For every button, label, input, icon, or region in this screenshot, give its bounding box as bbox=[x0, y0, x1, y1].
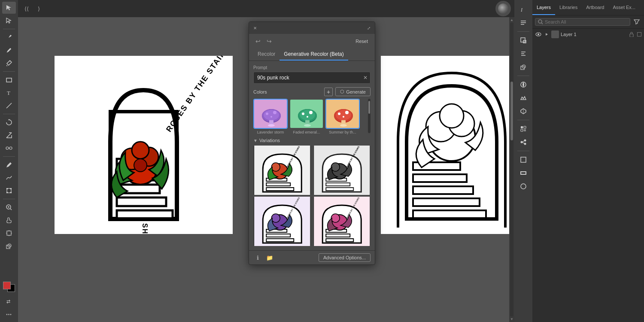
layer-lock-icon[interactable] bbox=[629, 31, 635, 37]
variations-header[interactable]: ▼ Variations bbox=[253, 138, 371, 143]
pathfinder-btn[interactable] bbox=[516, 61, 530, 73]
pen-tool[interactable] bbox=[2, 31, 16, 43]
svg-text:ROSES BY THE STAIRS: ROSES BY THE STAIRS bbox=[164, 56, 231, 134]
more-tools-btn[interactable]: ••• bbox=[2, 308, 16, 320]
folder-icon[interactable]: 📁 bbox=[265, 253, 274, 262]
transform-btn[interactable] bbox=[516, 34, 530, 46]
info-icon[interactable]: ℹ bbox=[253, 253, 262, 262]
type-tool[interactable]: T bbox=[2, 87, 16, 99]
swatches-scrollbar[interactable] bbox=[368, 99, 371, 133]
collapse-panel-btn[interactable]: ⟨⟨ bbox=[21, 3, 32, 14]
generative-recolor-orb[interactable] bbox=[495, 1, 511, 16]
dialog-close-btn[interactable]: ✕ bbox=[252, 24, 258, 31]
free-transform-tool[interactable] bbox=[2, 185, 16, 197]
stroke-panel-btn[interactable] bbox=[516, 167, 530, 179]
prompt-input[interactable] bbox=[257, 75, 360, 81]
dialog-body: Prompt ✕ Colors + ⬡ Generate bbox=[249, 61, 375, 250]
svg-point-125 bbox=[538, 20, 542, 23]
color-swatch-area[interactable] bbox=[2, 281, 16, 293]
align-btn[interactable] bbox=[516, 48, 530, 60]
variation-item-4[interactable]: ROSES BY THE STAIRS bbox=[313, 197, 371, 246]
advanced-options-btn[interactable]: Advanced Options... bbox=[319, 253, 371, 262]
layer-color-swatch bbox=[637, 32, 641, 36]
svg-point-52 bbox=[270, 116, 272, 118]
search-input[interactable] bbox=[545, 19, 627, 24]
svg-point-53 bbox=[268, 124, 275, 127]
swatch-box-lavender[interactable] bbox=[253, 99, 288, 129]
symbols-btn[interactable] bbox=[516, 136, 530, 148]
svg-point-70 bbox=[343, 116, 344, 118]
swatch-box-emerald[interactable] bbox=[289, 99, 324, 129]
layer-expand-icon[interactable] bbox=[544, 31, 550, 37]
svg-text:SHE LEFT ME: SHE LEFT ME bbox=[141, 223, 149, 234]
artboard-tool[interactable] bbox=[2, 227, 16, 239]
svg-rect-80 bbox=[326, 188, 353, 191]
variation-item-2[interactable]: ROSES BY THE STAIRS bbox=[313, 146, 371, 195]
3d-btn[interactable] bbox=[516, 105, 530, 117]
svg-text:T: T bbox=[7, 90, 10, 96]
tab-asset-export[interactable]: Asset Ex... bbox=[608, 0, 640, 15]
eyedropper-tool[interactable] bbox=[2, 159, 16, 171]
svg-point-110 bbox=[522, 65, 526, 68]
scale-tool[interactable] bbox=[2, 129, 16, 141]
rectangle-tool[interactable] bbox=[2, 74, 16, 86]
tab-generative-recolor[interactable]: Generative Recolor (Beta) bbox=[279, 49, 348, 61]
tab-layers[interactable]: Layers bbox=[532, 0, 555, 15]
artboard-panel-btn[interactable] bbox=[516, 154, 530, 166]
paragraph-btn[interactable] bbox=[516, 17, 530, 29]
selection-tool[interactable] bbox=[2, 2, 16, 14]
generate-btn[interactable]: ⬡ Generate bbox=[335, 87, 371, 96]
swap-colors-btn[interactable]: ⇄ bbox=[2, 295, 16, 307]
svg-rect-114 bbox=[524, 126, 526, 128]
swatch-lavender-storm[interactable]: Lavender storm bbox=[253, 99, 288, 134]
variations-grid: ROSES BY THE STAIRS bbox=[253, 146, 371, 246]
swatch-faded-emerald[interactable]: Faded emeral... bbox=[289, 99, 324, 134]
tab-recolor[interactable]: Recolor bbox=[253, 49, 279, 61]
reset-btn[interactable]: Reset bbox=[353, 38, 371, 45]
canvas-scrollbar-vertical[interactable]: ▲ ▼ bbox=[509, 17, 514, 322]
add-color-btn[interactable]: + bbox=[324, 88, 333, 96]
prompt-clear-btn[interactable]: ✕ bbox=[363, 75, 368, 81]
appearance-btn[interactable] bbox=[516, 180, 530, 192]
recolor-dialog: ✕ ⤢ ↩ ↪ Reset Recolor Generative Recolor… bbox=[249, 21, 375, 265]
svg-marker-129 bbox=[546, 33, 548, 36]
brush-tool[interactable] bbox=[2, 57, 16, 69]
dialog-expand-btn[interactable]: ⤢ bbox=[365, 24, 372, 31]
character-btn[interactable]: I bbox=[516, 3, 530, 15]
separator5 bbox=[3, 199, 15, 199]
blend-tool[interactable] bbox=[2, 142, 16, 154]
svg-rect-37 bbox=[413, 198, 480, 206]
warp-tool[interactable] bbox=[2, 172, 16, 184]
scroll-down-btn[interactable]: ▼ bbox=[510, 317, 513, 321]
svg-rect-104 bbox=[521, 38, 525, 42]
layer-row-1[interactable]: Layer 1 bbox=[532, 29, 644, 40]
rstrip-sep2 bbox=[517, 76, 529, 76]
separator3 bbox=[3, 114, 15, 114]
image-trace-btn[interactable] bbox=[516, 92, 530, 104]
svg-rect-9 bbox=[6, 192, 8, 193]
direct-selection-tool[interactable] bbox=[2, 15, 16, 27]
line-tool[interactable] bbox=[2, 100, 16, 112]
shape-builder-tool[interactable] bbox=[2, 240, 16, 252]
dialog-footer: ℹ 📁 Advanced Options... bbox=[249, 250, 375, 264]
swatch-summer[interactable]: Summer by th... bbox=[325, 99, 360, 134]
swatch-box-summer[interactable] bbox=[325, 99, 360, 129]
redo-btn[interactable]: ↪ bbox=[264, 36, 274, 46]
svg-point-21 bbox=[8, 244, 11, 247]
recolor-btn[interactable] bbox=[516, 79, 530, 91]
variation-item-3[interactable]: ROSES BY THE STAIRS bbox=[253, 197, 311, 246]
pencil-tool[interactable] bbox=[2, 44, 16, 56]
expand-panel-btn[interactable]: ⟩ bbox=[33, 3, 44, 14]
undo-btn[interactable]: ↩ bbox=[253, 36, 263, 46]
zoom-tool[interactable] bbox=[2, 201, 16, 213]
tab-libraries[interactable]: Libraries bbox=[555, 0, 582, 15]
tab-artboard[interactable]: Artboard bbox=[582, 0, 608, 15]
graphic-styles-btn[interactable] bbox=[516, 123, 530, 135]
scroll-up-btn[interactable]: ▲ bbox=[510, 18, 513, 22]
filter-btn[interactable] bbox=[632, 17, 641, 27]
colors-actions: + ⬡ Generate bbox=[324, 87, 371, 96]
hand-tool[interactable] bbox=[2, 214, 16, 226]
layer-visibility-icon[interactable] bbox=[535, 31, 542, 38]
variation-item-1[interactable]: ROSES BY THE STAIRS bbox=[253, 146, 311, 195]
rotate-tool[interactable] bbox=[2, 116, 16, 128]
